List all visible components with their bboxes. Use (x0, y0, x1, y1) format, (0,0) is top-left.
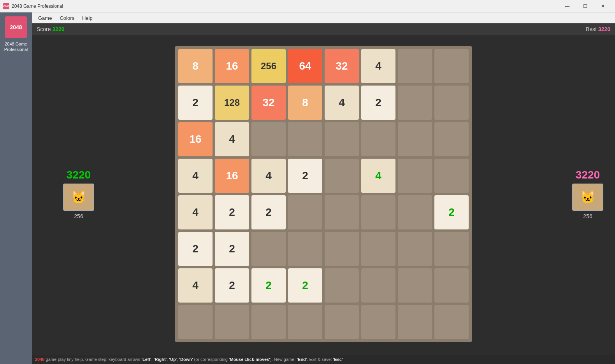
grid-cell[interactable]: 4 (178, 159, 213, 193)
right-panel: 3220 🐱 256 (572, 169, 603, 219)
grid-cell[interactable]: 2 (434, 195, 469, 229)
grid-cell[interactable]: 16 (178, 122, 213, 156)
grid-cell[interactable] (325, 159, 359, 193)
grid-cell[interactable]: 16 (215, 49, 249, 83)
right-panel-cat: 🐱 (572, 184, 603, 211)
grid-cell[interactable]: 32 (325, 49, 359, 83)
grid-cell[interactable] (398, 159, 432, 193)
grid-cell[interactable] (288, 305, 322, 339)
grid-cell[interactable] (288, 195, 322, 229)
grid-cell[interactable]: 4 (361, 49, 395, 83)
grid-cell[interactable]: 4 (361, 159, 395, 193)
app-icon: 2048 (3, 3, 9, 9)
main-content: Game Colors Help Score 3220 Best 3220 32… (32, 12, 615, 364)
grid-cell[interactable] (398, 122, 432, 156)
right-panel-tile-value: 256 (583, 213, 592, 219)
grid-cell[interactable]: 128 (215, 86, 249, 120)
window-title: 2048 Game Professional (12, 4, 558, 9)
best-score-display: Best 3220 (586, 26, 610, 32)
titlebar: 2048 2048 Game Professional — ☐ ✕ (0, 0, 615, 12)
grid-cell[interactable] (398, 86, 432, 120)
grid-cell[interactable]: 2 (288, 159, 322, 193)
left-panel-cat: 🐱 (63, 184, 94, 211)
grid-cell[interactable] (251, 122, 286, 156)
grid-cell[interactable] (398, 49, 432, 83)
grid-cell[interactable] (434, 268, 469, 303)
grid-cell[interactable] (434, 49, 469, 83)
grid-cell[interactable]: 2 (361, 86, 395, 120)
grid-cell[interactable] (398, 232, 432, 266)
menu-game[interactable]: Game (35, 14, 55, 22)
grid-cell[interactable] (325, 122, 359, 156)
grid-cell[interactable]: 4 (215, 122, 249, 156)
left-panel-score: 3220 (67, 169, 91, 181)
grid-cell[interactable]: 2 (178, 232, 213, 266)
grid-cell[interactable]: 8 (178, 49, 213, 83)
grid-cell[interactable] (434, 159, 469, 193)
grid-cell[interactable] (325, 268, 359, 303)
grid-cell[interactable]: 2 (251, 268, 286, 303)
grid-cell[interactable] (251, 305, 286, 339)
grid-cell[interactable]: 2 (215, 268, 249, 303)
grid-cell[interactable] (288, 122, 322, 156)
grid-cell[interactable]: 4 (325, 86, 359, 120)
grid-cell[interactable]: 2 (288, 268, 322, 303)
grid-cell[interactable]: 4 (251, 159, 286, 193)
grid-cell[interactable]: 8 (288, 86, 322, 120)
grid-cell[interactable] (398, 305, 432, 339)
grid-cell[interactable]: 2 (178, 86, 213, 120)
grid-cell[interactable] (434, 232, 469, 266)
grid-cell[interactable] (178, 305, 213, 339)
grid-cell[interactable] (361, 305, 395, 339)
left-panel-tile-value: 256 (74, 213, 83, 219)
grid-cell[interactable] (325, 232, 359, 266)
close-button[interactable]: ✕ (594, 0, 612, 12)
grid-cell[interactable] (251, 232, 286, 266)
statusbar-brand: 2048 (35, 357, 44, 362)
left-panel: 3220 🐱 256 (63, 169, 94, 219)
grid-cell[interactable]: 2 (251, 195, 286, 229)
grid-cell[interactable] (361, 122, 395, 156)
menubar: Game Colors Help (32, 12, 615, 23)
sidebar-app-name: 2048 GameProfessional (4, 41, 28, 52)
game-grid[interactable]: 816256643242128328421644164244222224222 (178, 49, 469, 339)
statusbar-text: game-play tiny help. Game step: keyboard… (44, 357, 343, 362)
game-grid-container: 816256643242128328421644164244222224222 (175, 46, 472, 342)
score-value: 3220 (52, 26, 64, 32)
grid-cell[interactable]: 16 (215, 159, 249, 193)
grid-cell[interactable]: 2 (215, 232, 249, 266)
menu-help[interactable]: Help (79, 14, 96, 22)
scorebar: Score 3220 Best 3220 (32, 23, 615, 35)
right-panel-score: 3220 (576, 169, 600, 181)
grid-cell[interactable] (288, 232, 322, 266)
sidebar-logo: 2048 (5, 16, 27, 38)
grid-cell[interactable] (434, 86, 469, 120)
window-controls: — ☐ ✕ (558, 0, 612, 12)
best-score-value: 3220 (598, 26, 610, 32)
minimize-button[interactable]: — (558, 0, 576, 12)
statusbar: 2048 game-play tiny help. Game step: key… (32, 355, 615, 364)
grid-cell[interactable]: 32 (251, 86, 286, 120)
grid-cell[interactable] (398, 195, 432, 229)
grid-cell[interactable]: 256 (251, 49, 286, 83)
grid-cell[interactable] (361, 195, 395, 229)
menu-colors[interactable]: Colors (56, 14, 77, 22)
game-area: 3220 🐱 256 81625664324212832842164416424… (32, 35, 615, 353)
grid-cell[interactable]: 2 (215, 195, 249, 229)
grid-cell[interactable]: 4 (178, 268, 213, 303)
grid-cell[interactable]: 4 (178, 195, 213, 229)
maximize-button[interactable]: ☐ (576, 0, 594, 12)
grid-cell[interactable] (398, 268, 432, 303)
grid-cell[interactable] (434, 122, 469, 156)
grid-cell[interactable] (361, 232, 395, 266)
grid-cell[interactable] (325, 305, 359, 339)
grid-cell[interactable] (215, 305, 249, 339)
grid-cell[interactable] (325, 195, 359, 229)
score-display: Score 3220 (37, 26, 65, 32)
grid-cell[interactable] (361, 268, 395, 303)
grid-cell[interactable]: 64 (288, 49, 322, 83)
grid-cell[interactable] (434, 305, 469, 339)
sidebar: 2048 2048 GameProfessional (0, 12, 32, 364)
app-icon-text: 2048 (3, 5, 9, 7)
